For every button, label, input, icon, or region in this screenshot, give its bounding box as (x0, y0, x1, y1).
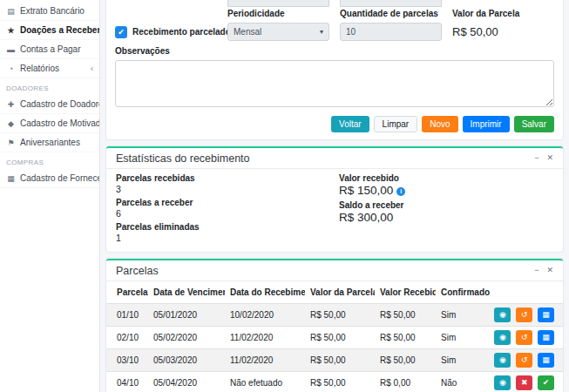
undo-button[interactable]: ↺ (516, 308, 532, 322)
col-vencimento: Data de Vencimento (148, 281, 225, 304)
view-button[interactable]: ◉ (494, 353, 511, 368)
close-icon: ✕ (546, 266, 553, 274)
sidebar-section-compras: COMPRAS (0, 152, 99, 169)
sidebar-item-label: Aniversariantes (20, 138, 80, 147)
salvar-button[interactable]: Salvar (514, 116, 554, 132)
calendar-button[interactable]: ▦ (538, 330, 554, 345)
card-tools: − ✕ (534, 154, 553, 162)
limpar-button[interactable]: Limpar (374, 116, 418, 132)
delete-button[interactable]: ✖ (516, 375, 532, 390)
undo-button[interactable]: ↺ (516, 353, 532, 368)
check-icon: ✔ (118, 28, 125, 37)
statistics-card-header: Estatísticas do recebimento − ✕ (106, 148, 563, 169)
info-icon[interactable]: i (396, 187, 405, 196)
sidebar-item-aniversariantes[interactable]: ⚑ Aniversariantes (0, 133, 99, 152)
observacoes-label: Observações (115, 46, 554, 57)
periodicidade-select[interactable]: Mensal ▾ (227, 23, 329, 41)
row-actions: ◉ ↺ ▦ (490, 349, 563, 372)
sidebar-item-label: Doações a Receber (20, 25, 99, 35)
undo-button[interactable]: ↺ (516, 330, 532, 345)
reports-icon: ◔ (6, 64, 16, 73)
view-button[interactable]: ◉ (494, 330, 511, 345)
col-recebimento: Data do Recebimento (225, 281, 305, 304)
form-actions: Voltar Limpar Novo Imprimir Salvar (115, 116, 554, 132)
x-icon: ✖ (521, 379, 528, 387)
sidebar-section-doadores: DOADORES (0, 78, 99, 95)
table-row: 03/10 05/03/2020 11/02/2020 R$ 50,00 R$ … (106, 349, 563, 372)
stats-close-button[interactable]: ✕ (546, 154, 553, 162)
sidebar-item-label: Extrato Bancário (20, 6, 85, 16)
row-actions: ◉ ↺ ▦ (490, 327, 563, 349)
sidebar-item-extrato-bancario[interactable]: ▤ Extrato Bancário (0, 2, 99, 21)
cutoff-form-row (115, 0, 554, 7)
sidebar-item-relatorios[interactable]: ◔ Relatórios ‹ (0, 59, 99, 78)
eye-icon: ◉ (499, 334, 506, 341)
sidebar-item-label: Cadastro de Fornecedor (20, 173, 99, 183)
quantidade-label: Quantidade de parcelas (340, 9, 442, 19)
sidebar-item-label: Cadastro de Doadores (20, 99, 99, 109)
sidebar-item-label: Cadastro de Motivador (20, 118, 99, 128)
parcelas-card: Parcelas − ✕ Parcela Data de Vencimento … (106, 259, 563, 392)
parcelas-card-header: Parcelas − ✕ (106, 260, 563, 281)
eye-icon: ◉ (499, 356, 506, 364)
receivable-form-card: ✔ Recebimento parcelado Periodicidade Me… (106, 0, 563, 139)
sidebar-item-cadastro-de-motivador[interactable]: ◆ Cadastro de Motivador (0, 114, 99, 133)
sidebar-item-label: Relatórios (20, 64, 59, 73)
minus-icon: − (534, 266, 539, 274)
stat-valor-recebido: Valor recebido R$ 150,00i (339, 173, 553, 197)
close-icon: ✕ (546, 153, 553, 162)
stat-saldo-a-receber: Saldo a receber R$ 300,00 (339, 200, 553, 224)
calendar-button[interactable]: ▦ (538, 353, 554, 368)
table-row: 02/10 05/02/2020 11/02/2020 R$ 50,00 R$ … (106, 327, 563, 349)
confirm-button[interactable]: ✔ (538, 375, 554, 390)
main-content: ✔ Recebimento parcelado Periodicidade Me… (100, 0, 569, 392)
col-parcela: Parcela (106, 281, 148, 304)
donor-add-icon: ✚ (6, 100, 16, 109)
sidebar-item-cadastro-de-doadores[interactable]: ✚ Cadastro de Doadores (0, 95, 99, 114)
eye-icon: ◉ (499, 311, 506, 319)
chevron-left-icon: ‹ (91, 64, 93, 73)
parcelado-checkbox-row: ✔ Recebimento parcelado (115, 23, 217, 41)
table-row: 04/10 05/04/2020 Não efetuado R$ 50,00 R… (106, 372, 563, 392)
installment-form-row: ✔ Recebimento parcelado Periodicidade Me… (115, 9, 554, 41)
parcelas-close-button[interactable]: ✕ (546, 267, 553, 274)
observacoes-textarea[interactable] (115, 60, 554, 107)
view-button[interactable]: ◉ (494, 308, 511, 322)
motivator-icon: ◆ (6, 119, 16, 128)
col-confirmado: Confirmado (436, 281, 490, 304)
undo-icon: ↺ (521, 334, 528, 341)
sidebar-item-label: Contas a Pagar (20, 44, 81, 54)
sidebar-item-doacoes-a-receber[interactable]: ★ Doações a Receber (0, 21, 99, 40)
col-actions (490, 281, 563, 304)
calendar-icon: ▦ (542, 356, 550, 364)
statistics-title: Estatísticas do recebimento (116, 152, 250, 165)
parcelado-label: Recebimento parcelado (132, 27, 231, 37)
imprimir-button[interactable]: Imprimir (463, 116, 510, 132)
sidebar-item-contas-a-pagar[interactable]: ▬ Contas a Pagar (0, 40, 99, 59)
parcelas-collapse-button[interactable]: − (534, 267, 539, 274)
view-button[interactable]: ◉ (494, 375, 511, 390)
calendar-button[interactable]: ▦ (538, 308, 554, 322)
undo-icon: ↺ (521, 356, 528, 364)
periodicidade-value: Mensal (234, 27, 261, 37)
novo-button[interactable]: Novo (422, 116, 457, 132)
statistics-body: Parcelas recebidas 3 Parcelas a receber … (106, 169, 563, 252)
birthday-icon: ⚑ (6, 139, 16, 147)
partial-input-2[interactable] (340, 0, 442, 7)
sidebar-item-cadastro-de-fornecedor[interactable]: ▦ Cadastro de Fornecedor (0, 169, 99, 188)
voltar-button[interactable]: Voltar (331, 116, 369, 132)
parcelas-table: Parcela Data de Vencimento Data do Receb… (106, 281, 563, 392)
minus-icon: − (534, 153, 539, 162)
observacoes-block: Observações (115, 46, 554, 111)
stat-parcelas-recebidas: Parcelas recebidas 3 (116, 173, 339, 194)
card-tools: − ✕ (534, 267, 553, 274)
calendar-icon: ▦ (542, 311, 550, 319)
partial-input-1[interactable] (227, 0, 329, 7)
parcelas-title: Parcelas (116, 265, 159, 277)
row-actions: ◉ ↺ ▦ (490, 304, 563, 327)
stats-collapse-button[interactable]: − (534, 154, 539, 162)
parcelado-checkbox[interactable]: ✔ (115, 26, 127, 38)
quantidade-input[interactable] (340, 23, 442, 41)
row-actions: ◉ ✖ ✔ (490, 372, 563, 392)
eye-icon: ◉ (499, 379, 506, 387)
